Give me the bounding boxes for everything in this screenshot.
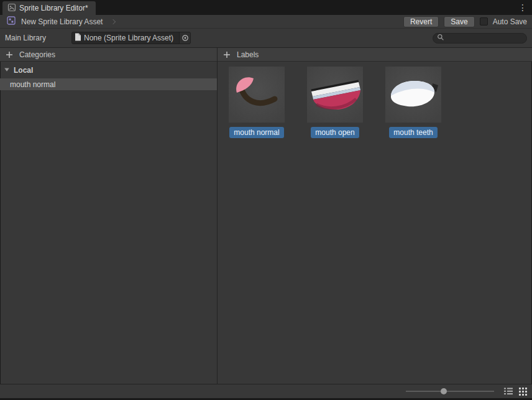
editor-panes: Categories Local mouth normal [0,47,532,384]
add-label-button[interactable] [222,50,231,59]
label-item-mouth-teeth[interactable]: mouth teeth [385,67,441,138]
local-foldout-label: Local [14,66,33,75]
kebab-menu-icon[interactable]: ⋮ [513,1,532,14]
labels-grid: mouth normal mouth open [218,62,532,138]
sprite-mouth-teeth-image [385,67,441,123]
grid-view-icon[interactable] [519,388,527,396]
labels-header-label: Labels [237,50,259,59]
categories-header-label: Categories [19,50,55,59]
categories-pane: Categories Local mouth normal [0,48,218,384]
zoom-slider-track[interactable] [406,391,494,392]
label-pill: mouth open [311,127,359,138]
tab-bar: Sprite Library Editor* ⋮ [0,0,532,15]
category-label: mouth normal [10,80,55,89]
object-field-value: None (Sprite Library Asset) [81,34,179,42]
revert-button[interactable]: Revert [403,16,439,27]
categories-list: Local mouth normal [0,62,217,384]
main-library-row: Main Library None (Sprite Library Asset) [0,29,532,47]
auto-save-label: Auto Save [493,17,527,26]
window-icon [7,3,16,14]
tab-sprite-library-editor[interactable]: Sprite Library Editor* [2,1,96,15]
label-item-mouth-open[interactable]: mouth open [307,67,363,138]
category-row-mouth-normal[interactable]: mouth normal [0,78,217,90]
labels-pane: Labels mouth normal [218,48,532,384]
label-pill: mouth teeth [389,127,437,138]
object-picker-icon[interactable] [179,32,190,44]
main-library-label: Main Library [5,34,71,42]
footer-bar [0,384,532,400]
add-category-button[interactable] [5,50,14,59]
search-field[interactable] [433,33,527,44]
auto-save-checkbox[interactable] [480,17,488,26]
save-button[interactable]: Save [444,16,474,27]
list-view-icon[interactable] [504,388,513,395]
document-icon [75,33,81,43]
sprite-mouth-normal-image [229,67,285,123]
search-icon [437,34,444,43]
label-item-mouth-normal[interactable]: mouth normal [229,67,285,138]
breadcrumb[interactable]: New Sprite Library Asset [0,16,115,27]
breadcrumb-chevron-icon [111,19,116,24]
labels-grid-area: mouth normal mouth open [218,62,532,384]
labels-header: Labels [218,48,532,62]
zoom-slider-knob[interactable] [441,388,447,394]
sprite-library-asset-icon [6,16,16,27]
toolbar-actions: Revert Save Auto Save [403,16,532,27]
local-foldout[interactable]: Local [0,65,217,76]
search-input[interactable] [447,34,523,42]
sprite-library-editor-window: Sprite Library Editor* ⋮ New Sprite Libr… [0,0,532,400]
main-library-object-field[interactable]: None (Sprite Library Asset) [71,32,191,44]
toolbar: New Sprite Library Asset Revert Save Aut… [0,15,532,29]
thumbnail-zoom-slider[interactable] [406,388,494,395]
sprite-mouth-open-image [307,67,363,123]
categories-header: Categories [0,48,217,62]
breadcrumb-label: New Sprite Library Asset [21,17,103,26]
label-pill: mouth normal [229,127,283,138]
foldout-triangle-icon [4,66,10,75]
tab-title: Sprite Library Editor* [19,4,88,12]
